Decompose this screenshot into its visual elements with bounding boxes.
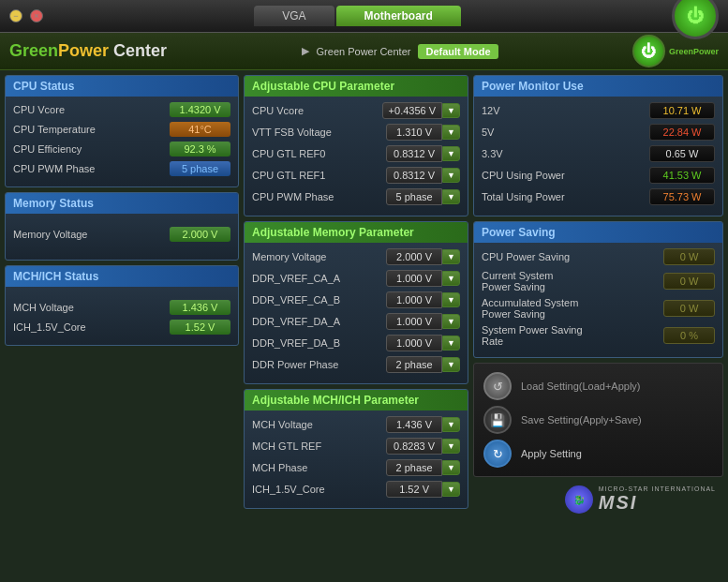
mch-voltage-value: 1.436 V [170, 300, 230, 315]
mch-voltage-row: MCH Voltage 1.436 V [13, 300, 230, 315]
ich-core-value: 1.52 V [170, 320, 230, 335]
pm-cpu-power-value: 41.53 W [649, 167, 715, 184]
adj-ich-core-control: 1.52 V ▼ [386, 481, 460, 498]
memory-status-header: Memory Status [6, 193, 238, 214]
minimize-button[interactable]: − [9, 9, 22, 22]
dropdown-arrow-icon: ▶ [302, 45, 309, 57]
adj-vref-da-a-val[interactable]: 1.000 V [386, 313, 442, 330]
adj-mem-voltage-val[interactable]: 2.000 V [386, 248, 442, 265]
greenpower-text: GreenPower [669, 47, 719, 56]
adj-vtt-val[interactable]: 1.310 V [386, 124, 442, 141]
adj-cpu-phase-arrow[interactable]: ▼ [442, 189, 460, 204]
memory-status-section: Memory Status Memory Voltage 2.000 V [5, 192, 239, 261]
ps-current-label: Current System Power Saving [482, 270, 585, 292]
right-column: Power Monitor Use 12V 10.71 W 5V 22.84 W… [473, 75, 723, 577]
cpu-pwm-label: CPU PWM Phase [13, 163, 95, 174]
adj-vref-ca-b-val[interactable]: 1.000 V [386, 291, 442, 308]
pm-cpu-power-row: CPU Using Power 41.53 W [482, 167, 715, 184]
adj-mch-section: Adjustable MCH/ICH Parameter MCH Voltage… [244, 389, 468, 509]
power-saving-header: Power Saving [474, 222, 722, 243]
adj-memory-section: Adjustable Memory Parameter Memory Volta… [244, 221, 468, 384]
msi-dragon-symbol: 🐉 [573, 495, 585, 505]
adj-cpu-vcore-label: CPU Vcore [252, 105, 304, 116]
adj-cpu-section: Adjustable CPU Parameter CPU Vcore +0.43… [244, 75, 468, 216]
ps-accumulated-row: Accumulated System Power Saving 0 W [482, 297, 715, 320]
adj-vref-ca-a-label: DDR_VREF_CA_A [252, 273, 340, 284]
adj-cpu-phase-val[interactable]: 5 phase [386, 188, 442, 205]
pm-12v-label: 12V [482, 105, 500, 116]
adj-vref-da-a-arrow[interactable]: ▼ [442, 314, 460, 329]
cpu-vcore-value: 1.4320 V [170, 102, 230, 117]
adj-mch-gtl-val[interactable]: 0.8283 V [386, 438, 442, 455]
adj-mch-gtl-arrow[interactable]: ▼ [442, 439, 460, 454]
logo-power: Power [58, 41, 109, 60]
adj-mch-phase-arrow[interactable]: ▼ [442, 460, 460, 475]
mch-status-header: MCH/ICH Status [6, 266, 238, 287]
mem-voltage-value: 2.000 V [170, 227, 230, 242]
adj-mch-voltage-val[interactable]: 1.436 V [386, 416, 442, 433]
adj-ich-core-arrow[interactable]: ▼ [442, 482, 460, 497]
ps-current-value: 0 W [663, 273, 715, 290]
adj-ddr-phase-arrow[interactable]: ▼ [442, 357, 460, 372]
adj-gtlref1-label: CPU GTL REF1 [252, 170, 325, 181]
adj-mch-phase-val[interactable]: 2 phase [386, 459, 442, 476]
adj-mch-phase-label: MCH Phase [252, 462, 307, 473]
load-setting-label: Load Setting(Load+Apply) [521, 381, 641, 392]
pm-5v-value: 22.84 W [649, 124, 715, 141]
adj-mch-voltage-arrow[interactable]: ▼ [442, 417, 460, 432]
adj-ddr-phase-row: DDR Power Phase 2 phase ▼ [252, 356, 460, 373]
adj-vref-da-a-control: 1.000 V ▼ [386, 313, 460, 330]
apply-setting-button[interactable]: ↻ [483, 440, 512, 468]
adj-gtlref1-arrow[interactable]: ▼ [442, 168, 460, 183]
adj-mem-voltage-row: Memory Voltage 2.000 V ▼ [252, 248, 460, 265]
pm-12v-value: 10.71 W [649, 102, 715, 119]
cpu-status-header: CPU Status [6, 76, 238, 97]
adj-gtlref1-control: 0.8312 V ▼ [386, 167, 460, 184]
adj-ich-core-label: ICH_1.5V_Core [252, 484, 325, 495]
adj-vref-da-a-label: DDR_VREF_DA_A [252, 316, 340, 327]
adj-mch-gtl-control: 0.8283 V ▼ [386, 438, 460, 455]
msi-logo-text: MSI [599, 492, 716, 514]
save-setting-button[interactable]: 💾 [483, 406, 512, 434]
adj-cpu-vcore-control: +0.4356 V ▼ [382, 102, 460, 119]
adj-mch-phase-row: MCH Phase 2 phase ▼ [252, 459, 460, 476]
adj-vtt-arrow[interactable]: ▼ [442, 125, 460, 140]
adj-mch-header: Adjustable MCH/ICH Parameter [245, 390, 468, 410]
memory-status-body: Memory Voltage 2.000 V [6, 214, 238, 260]
adj-vref-ca-a-val[interactable]: 1.000 V [386, 270, 442, 287]
adj-vref-da-b-val[interactable]: 1.000 V [386, 335, 442, 351]
adj-gtlref0-val[interactable]: 0.8312 V [386, 145, 442, 162]
adj-vref-ca-b-arrow[interactable]: ▼ [442, 292, 460, 307]
adj-ddr-phase-val[interactable]: 2 phase [386, 356, 442, 373]
ps-cpu-row: CPU Power Saving 0 W [482, 248, 715, 265]
adj-cpu-vcore-arrow[interactable]: ▼ [442, 103, 460, 118]
adj-vref-ca-a-arrow[interactable]: ▼ [442, 271, 460, 286]
adj-vref-ca-b-control: 1.000 V ▼ [386, 291, 460, 308]
mch-voltage-label: MCH Voltage [13, 302, 74, 313]
adj-vref-da-b-arrow[interactable]: ▼ [442, 336, 460, 351]
tab-motherboard[interactable]: Motherboard [336, 6, 461, 26]
cpu-status-section: CPU Status CPU Vcore 1.4320 V CPU Temper… [5, 75, 239, 187]
adj-gtlref1-val[interactable]: 0.8312 V [386, 167, 442, 184]
load-setting-button[interactable]: ↺ [483, 372, 512, 400]
adj-gtlref0-arrow[interactable]: ▼ [442, 146, 460, 161]
adj-mem-voltage-arrow[interactable]: ▼ [442, 249, 460, 264]
adj-memory-header: Adjustable Memory Parameter [245, 222, 468, 243]
adj-vref-da-b-label: DDR_VREF_DA_B [252, 337, 340, 349]
adj-mem-voltage-label: Memory Voltage [252, 251, 326, 262]
close-button[interactable]: × [30, 9, 43, 22]
logo-center: Center [109, 41, 167, 60]
adj-cpu-phase-control: 5 phase ▼ [386, 188, 460, 205]
title-bar: − × VGA Motherboard ⏻ [0, 0, 728, 33]
power-monitor-header: Power Monitor Use [474, 76, 722, 97]
tab-vga[interactable]: VGA [254, 6, 334, 26]
ps-cpu-label: CPU Power Saving [482, 251, 570, 262]
cpu-temp-label: CPU Temperature [13, 124, 96, 135]
ich-core-label: ICH_1.5V_Core [13, 321, 86, 333]
adj-ich-core-row: ICH_1.5V_Core 1.52 V ▼ [252, 481, 460, 498]
pm-33v-value: 0.65 W [649, 145, 715, 162]
power-saving-section: Power Saving CPU Power Saving 0 W Curren… [473, 221, 723, 358]
adj-memory-body: Memory Voltage 2.000 V ▼ DDR_VREF_CA_A 1… [245, 243, 468, 383]
adj-cpu-vcore-val[interactable]: +0.4356 V [382, 102, 442, 119]
adj-ich-core-val[interactable]: 1.52 V [386, 481, 442, 498]
